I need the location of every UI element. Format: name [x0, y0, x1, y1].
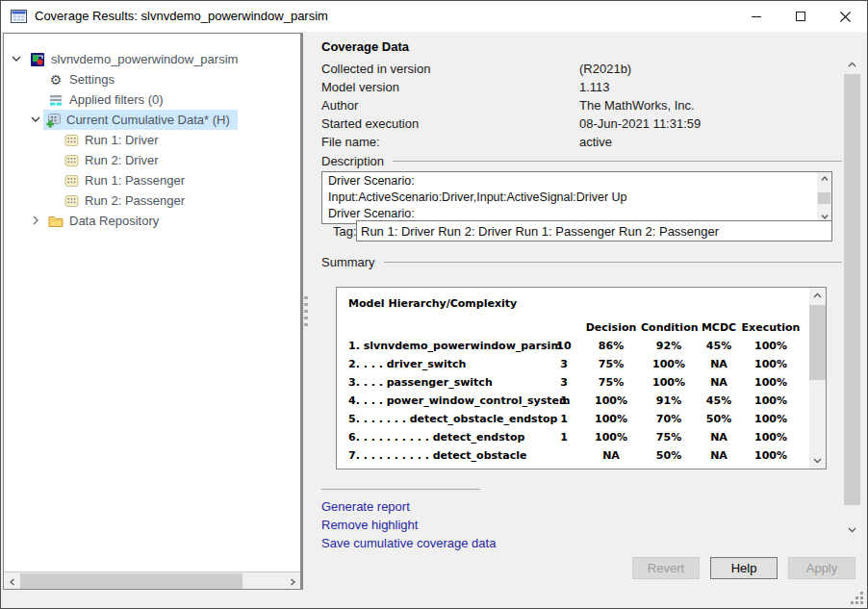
tree-horizontal-scrollbar[interactable]	[4, 571, 300, 589]
report-title: Model Hierarchy/Complexity	[348, 297, 826, 315]
minimize-icon	[752, 12, 762, 22]
tree-item-label: Run 2: Driver	[85, 153, 159, 167]
chevron-down-icon[interactable]	[31, 114, 40, 124]
group-rule	[384, 262, 842, 263]
run-icon	[64, 173, 79, 189]
report-scrollbar-thumb[interactable]	[809, 305, 826, 380]
field-label: Started execution	[321, 116, 579, 131]
report-row: 6. . . . . . . . . . detect_endstop1100%…	[348, 428, 826, 446]
description-scrollbar[interactable]	[817, 172, 831, 223]
tree-item-label: Data Repository	[69, 214, 159, 228]
links-rule	[321, 489, 480, 490]
tree-item-data-repository[interactable]: Data Repository	[4, 211, 300, 231]
tree-item-run2-passenger[interactable]: Run 2: Passenger	[4, 190, 300, 211]
column-header: Condition	[641, 321, 697, 334]
report-row: 4. . . . power_window_control_system1100…	[348, 392, 826, 410]
model-icon	[30, 52, 45, 67]
info-row: AuthorThe MathWorks, Inc.	[321, 96, 832, 114]
summary-heading: Summary	[321, 255, 375, 269]
report-row: 1. slvnvdemo_powerwindow_parsim1086%92%4…	[348, 337, 826, 355]
description-scrollbar-thumb[interactable]	[818, 192, 830, 204]
tree-item-label: slvnvdemo_powerwindow_parsim	[51, 52, 238, 66]
tree-item-label: Applied filters (0)	[69, 92, 164, 107]
save-cumulative-coverage-data-link[interactable]: Save cumulative coverage data	[321, 534, 496, 552]
scroll-down-button[interactable]	[809, 452, 826, 469]
field-label: Model version	[321, 80, 579, 94]
apply-button[interactable]: Apply	[788, 557, 855, 579]
description-line: Input:ActiveScenario:Driver,Input:Active…	[328, 190, 812, 206]
tree-item-label: Current Cumulative Data* (H)	[66, 113, 230, 127]
description-group-header: Description	[321, 154, 842, 168]
selected-row-highlight: Current Cumulative Data* (H)	[43, 110, 238, 130]
field-label: Collected in version	[321, 62, 579, 76]
chevron-right-icon	[289, 578, 296, 586]
tree-item-label: Run 1: Passenger	[85, 173, 185, 188]
run-icon	[64, 153, 79, 168]
tree-scrollbar-thumb[interactable]	[20, 573, 243, 589]
info-row: File name:active	[321, 133, 832, 151]
window-title: Coverage Results: slvnvdemo_powerwindow_…	[35, 9, 328, 23]
maximize-button[interactable]	[779, 1, 823, 32]
run-icon	[64, 193, 79, 209]
remove-highlight-link[interactable]: Remove highlight	[321, 516, 496, 534]
column-header: Execution	[741, 321, 801, 334]
description-textarea[interactable]: Driver Scenario: Input:ActiveScenario:Dr…	[321, 171, 832, 224]
coverage-info-list: Collected in version(R2021b) Model versi…	[321, 60, 832, 151]
group-rule	[393, 161, 842, 162]
info-row: Collected in version(R2021b)	[321, 60, 832, 78]
chevron-right-icon[interactable]	[31, 216, 40, 225]
action-links: Generate report Remove highlight Save cu…	[321, 497, 496, 552]
coverage-results-app-icon	[11, 9, 27, 24]
tree-item-applied-filters[interactable]: Applied filters (0)	[4, 89, 300, 110]
summary-report[interactable]: Model Hierarchy/Complexity Decision Cond…	[336, 287, 827, 469]
gear-icon: ⚙	[48, 72, 64, 88]
panel-scrollbar-thumb[interactable]	[844, 74, 860, 505]
tree-item-run2-driver[interactable]: Run 2: Driver	[4, 150, 300, 170]
scroll-up-button[interactable]	[809, 288, 826, 304]
chevron-down-icon	[848, 525, 856, 534]
field-label: Author	[321, 98, 579, 113]
column-header: Decision	[581, 321, 641, 334]
scroll-down-button[interactable]	[844, 521, 860, 538]
close-button[interactable]	[823, 1, 867, 32]
tree-item-label: Settings	[69, 72, 115, 87]
resize-grip-icon[interactable]	[850, 591, 864, 605]
field-value: 08-Jun-2021 11:31:59	[579, 116, 701, 131]
chevron-up-icon	[813, 292, 822, 300]
close-icon	[840, 12, 851, 22]
chevron-left-icon	[9, 578, 16, 586]
tag-label: Tag:	[333, 224, 357, 239]
tree-item-current-cumulative-data[interactable]: Current Cumulative Data* (H)	[4, 110, 300, 130]
splitter-grip-icon[interactable]	[303, 292, 311, 325]
tree-item-label: Run 1: Driver	[85, 133, 159, 147]
tree-item-label: Run 2: Passenger	[85, 193, 185, 208]
tree-item-run1-passenger[interactable]: Run 1: Passenger	[4, 170, 300, 190]
report-row: 3. . . . passenger_switch375%100%NA100%	[348, 373, 826, 392]
description-line: Driver Scenario:	[328, 173, 812, 190]
panel-vertical-scrollbar[interactable]	[844, 57, 860, 538]
tree-item-settings[interactable]: ⚙ Settings	[4, 69, 300, 89]
revert-button[interactable]: Revert	[632, 557, 700, 579]
info-row: Model version1.113	[321, 78, 832, 96]
maximize-icon	[796, 12, 806, 22]
report-row: 8. . . . . . . validate_driverNA100%60%1…	[348, 465, 826, 469]
generate-report-link[interactable]: Generate report	[321, 497, 496, 516]
chevron-down-icon[interactable]	[12, 54, 21, 63]
title-bar[interactable]: Coverage Results: slvnvdemo_powerwindow_…	[1, 1, 867, 32]
scroll-left-button[interactable]	[4, 573, 20, 590]
tag-input[interactable]	[356, 220, 832, 241]
tree-item-model[interactable]: slvnvdemo_powerwindow_parsim	[4, 49, 300, 69]
report-scrollbar[interactable]	[809, 288, 826, 469]
scroll-right-button[interactable]	[284, 573, 300, 590]
chevron-up-icon	[848, 61, 856, 69]
field-label: File name:	[321, 135, 579, 149]
coverage-data-heading: Coverage Data	[321, 39, 409, 54]
column-header: MCDC	[697, 321, 741, 334]
tree-item-run1-driver[interactable]: Run 1: Driver	[4, 130, 300, 150]
minimize-button[interactable]	[734, 1, 779, 32]
report-row: 2. . . . driver_switch375%100%NA100%	[348, 355, 826, 373]
scroll-up-button[interactable]	[844, 57, 860, 73]
scroll-up-button[interactable]	[817, 172, 831, 186]
help-button[interactable]: Help	[710, 557, 778, 579]
summary-group-header: Summary	[321, 255, 842, 269]
